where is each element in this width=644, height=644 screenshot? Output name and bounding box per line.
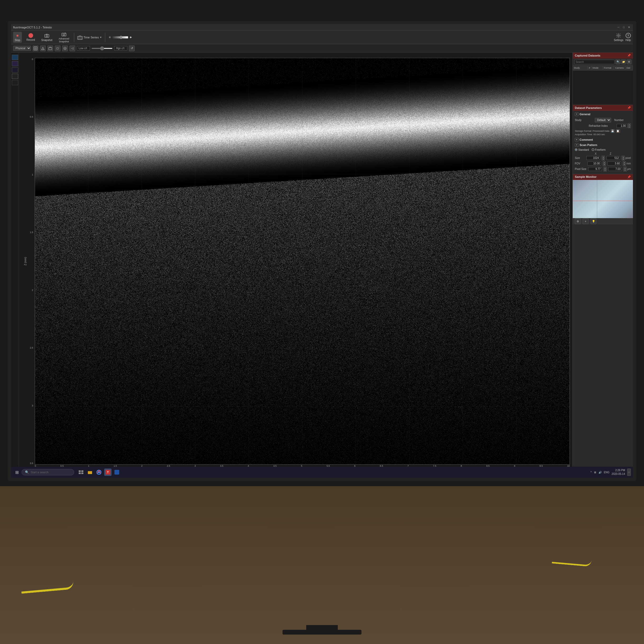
- standard-radio[interactable]: Standard: [575, 148, 589, 151]
- fov-x-input[interactable]: 10.00: [587, 162, 601, 165]
- taskbar-search-icon: 🔍: [25, 470, 29, 474]
- sample-monitor-toolbar: ⚙ + 💡: [573, 218, 633, 224]
- pixel-z-down[interactable]: ▼: [623, 169, 627, 172]
- thumbnail-2[interactable]: [12, 61, 18, 66]
- comment-collapse-icon[interactable]: ▼: [575, 138, 578, 142]
- pixel-z-input[interactable]: 7.03: [608, 167, 622, 171]
- study-label: Study: [575, 119, 593, 122]
- notification-panel-btn[interactable]: □: [627, 469, 631, 476]
- general-group-header[interactable]: ▼ General: [575, 112, 631, 116]
- thumbnail-3[interactable]: [12, 67, 18, 73]
- sample-image: [573, 180, 633, 218]
- scan-pattern-group-header[interactable]: ▼ Scan Pattern: [575, 143, 631, 147]
- file-explorer-button[interactable]: [86, 469, 94, 476]
- right-panel: Captured Datasets 📌 🔍 📁 ⚙: [572, 53, 633, 478]
- record-button[interactable]: Record: [25, 32, 37, 42]
- stop-button[interactable]: ■ Stop: [13, 32, 22, 43]
- y-axis: Z (mm) 0 0.5 1 1.5 2 2.5 3 3.5: [19, 58, 34, 465]
- pixel-z-up[interactable]: ▲: [623, 167, 627, 169]
- study-select[interactable]: Default: [595, 118, 611, 122]
- taskbar-tray: ^ 🖥 🔊 ENG 2:26 PM 2020-05-14 □: [590, 469, 631, 476]
- task-view-button[interactable]: [77, 469, 85, 476]
- dataset-params-pin[interactable]: 📌: [627, 106, 631, 110]
- refresh-button[interactable]: ↺: [129, 46, 135, 51]
- tool-btn-5[interactable]: [62, 46, 68, 51]
- search-button[interactable]: 🔍: [616, 59, 620, 64]
- sample-monitor-pin[interactable]: 📌: [627, 175, 631, 179]
- pin-icon[interactable]: 📌: [627, 54, 631, 57]
- minimize-button[interactable]: ─: [617, 26, 620, 29]
- size-z-down[interactable]: ▼: [622, 158, 625, 160]
- svg-point-9: [618, 35, 619, 36]
- size-z-input[interactable]: 512: [606, 156, 620, 160]
- pixel-x-up[interactable]: ▲: [603, 167, 607, 169]
- storage-icon-2[interactable]: 📋: [616, 129, 620, 133]
- screen: fluorImageOCT 5.1.2 - Telesto ─ □ ✕ ■ St…: [11, 24, 633, 478]
- freeform-radio[interactable]: Freeform: [592, 148, 606, 151]
- size-x-up[interactable]: ▲: [602, 156, 605, 158]
- tool-btn-1[interactable]: [33, 46, 38, 51]
- thumbnail-1[interactable]: [12, 55, 18, 60]
- tool-btn-3[interactable]: [47, 46, 53, 51]
- snapshot-button[interactable]: Snapshot: [40, 32, 54, 43]
- tool-btn-6[interactable]: ◁: [69, 46, 75, 51]
- scan-collapse-icon[interactable]: ▼: [575, 143, 578, 147]
- zoom-slider[interactable]: [92, 48, 113, 49]
- sample-tool-3[interactable]: 💡: [591, 218, 596, 224]
- brightness-slider[interactable]: [112, 36, 128, 38]
- pixel-x-down[interactable]: ▼: [603, 169, 607, 172]
- pixel-x-input[interactable]: 9.77: [588, 167, 602, 171]
- pixel-z-spin: ▲ ▼: [623, 167, 627, 172]
- svg-point-4: [63, 34, 65, 36]
- thumbnail-5[interactable]: [12, 80, 18, 85]
- record-label: Record: [27, 38, 35, 41]
- tray-arrow[interactable]: ^: [590, 471, 592, 474]
- folder-icon[interactable]: 📁: [621, 59, 626, 64]
- window-title: fluorImageOCT 5.1.2 - Telesto: [13, 26, 52, 29]
- search-actions: 🔍 📁 ⚙: [616, 59, 631, 64]
- svg-rect-17: [79, 470, 81, 472]
- comment-group-header[interactable]: ▼ Comment: [575, 138, 631, 142]
- windows-start-button[interactable]: ⊞: [13, 469, 21, 476]
- fov-x-down[interactable]: ▼: [603, 164, 606, 166]
- advanced-snapshot-icon: [61, 32, 67, 37]
- refractive-index-input[interactable]: [617, 124, 627, 128]
- fov-z-up[interactable]: ▲: [623, 161, 626, 164]
- sample-tool-1[interactable]: ⚙: [575, 218, 581, 224]
- y-label-3: 3: [32, 404, 33, 407]
- storage-icon-1[interactable]: 💾: [611, 129, 615, 133]
- size-x-input[interactable]: 1024: [586, 156, 600, 160]
- size-z-spin: ▲ ▼: [622, 156, 625, 160]
- help-button[interactable]: ? Help: [625, 33, 631, 42]
- help-icon: ?: [626, 33, 631, 38]
- refractive-up[interactable]: ▲: [628, 123, 631, 126]
- captured-datasets-title: Captured Datasets: [575, 54, 600, 57]
- tool-btn-4[interactable]: [55, 46, 61, 51]
- search-input[interactable]: [574, 60, 615, 64]
- size-x-down[interactable]: ▼: [602, 158, 605, 160]
- time-series-button[interactable]: Time Series ▼: [77, 35, 102, 40]
- taskbar-search-box[interactable]: 🔍 Start a search: [22, 469, 74, 475]
- fov-z-down[interactable]: ▼: [623, 164, 626, 166]
- general-collapse-icon[interactable]: ▼: [575, 112, 578, 116]
- chrome-button[interactable]: [95, 469, 103, 476]
- thumbnail-4[interactable]: [12, 74, 18, 79]
- tray-language: ENG: [604, 471, 610, 474]
- advanced-snapshot-button[interactable]: AdvancedSnapshot: [57, 31, 71, 44]
- app2-button[interactable]: [113, 469, 120, 476]
- settings-small-icon[interactable]: ⚙: [627, 59, 631, 64]
- maximize-button[interactable]: □: [622, 26, 626, 29]
- brightness-sun-icon: ☀: [108, 36, 111, 39]
- mode-select[interactable]: Physical: [13, 46, 31, 51]
- taskbar-pinned-apps: T: [77, 469, 120, 476]
- refractive-down[interactable]: ▼: [628, 126, 631, 128]
- fov-x-up[interactable]: ▲: [603, 161, 606, 164]
- tool-btn-2[interactable]: [40, 46, 46, 51]
- time-series-label: Time Series: [83, 36, 99, 39]
- fov-z-input[interactable]: 3.60: [607, 162, 621, 165]
- app-active-button[interactable]: T: [104, 469, 112, 476]
- sample-tool-2[interactable]: +: [583, 218, 588, 224]
- close-button[interactable]: ✕: [627, 26, 631, 29]
- settings-button[interactable]: Settings: [614, 33, 623, 42]
- size-z-up[interactable]: ▲: [622, 156, 625, 158]
